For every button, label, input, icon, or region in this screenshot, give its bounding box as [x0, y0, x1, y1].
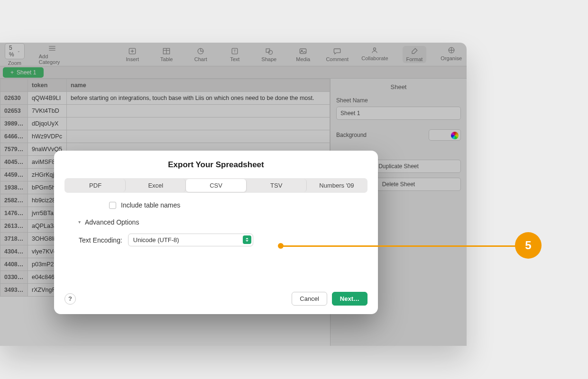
cell-id[interactable]: 033042: [0, 271, 28, 284]
tb-table[interactable]: Table: [156, 47, 176, 62]
advanced-options-disclosure[interactable]: ▸ Advanced Options: [79, 218, 341, 226]
tb-add-category[interactable]: Add Category: [39, 44, 66, 65]
cell-token[interactable]: hWz9VDPc: [28, 130, 67, 143]
cell-id[interactable]: 261352: [0, 220, 28, 233]
pie-icon: [196, 47, 205, 55]
text-encoding-label: Text Encoding:: [79, 236, 122, 244]
zoom-value: 5 %: [9, 45, 15, 58]
tb-chart[interactable]: Chart: [191, 47, 211, 62]
tb-comment[interactable]: Comment: [327, 47, 347, 62]
chevron-down-icon: ▸: [77, 221, 83, 224]
person-icon: [370, 46, 379, 54]
inspector-title: Sheet: [336, 83, 461, 90]
format-tab-excel[interactable]: Excel: [126, 179, 186, 192]
table-row[interactable]: 398978dDjqoUyX: [0, 117, 330, 130]
callout-badge: 5: [515, 232, 542, 259]
callout-anchor-dot: [278, 243, 284, 249]
cell-id[interactable]: 02653: [0, 105, 28, 117]
export-dialog: Export Your Spreadsheet PDFExcelCSVTSVNu…: [54, 151, 378, 314]
tb-text[interactable]: T Text: [225, 47, 245, 62]
cell-id[interactable]: 371843: [0, 233, 28, 245]
svg-point-16: [374, 48, 376, 50]
cell-id[interactable]: 646669: [0, 130, 28, 143]
text-encoding-select[interactable]: Unicode (UTF-8): [128, 234, 253, 246]
text-icon: T: [230, 47, 239, 55]
shape-icon: [264, 47, 274, 55]
cell-id[interactable]: 440803: [0, 258, 28, 271]
tb-insert[interactable]: Insert: [122, 47, 142, 62]
table-row[interactable]: 646669hWz9VDPc: [0, 130, 330, 143]
toolbar: 5 % ⌄ Zoom Add Category Insert Table Cha…: [0, 43, 467, 66]
tb-format[interactable]: Format: [403, 46, 427, 63]
svg-rect-14: [300, 49, 306, 54]
col-header-blank[interactable]: [0, 79, 28, 92]
cell-id[interactable]: 404578: [0, 156, 28, 169]
cell-token[interactable]: qQW4B9LI: [28, 92, 67, 105]
cell-name[interactable]: [67, 130, 330, 143]
cell-token[interactable]: 7VKt4TbD: [28, 105, 67, 117]
cell-id[interactable]: 02630: [0, 92, 28, 105]
cell-id[interactable]: 757990: [0, 143, 28, 156]
cell-name[interactable]: [67, 117, 330, 130]
tb-shape[interactable]: Shape: [259, 47, 279, 62]
col-header-token[interactable]: token: [28, 79, 67, 92]
background-label: Background: [336, 132, 367, 138]
cell-id[interactable]: 349354: [0, 284, 28, 297]
table-row[interactable]: 026537VKt4TbD: [0, 105, 330, 117]
format-tab-numbers-09[interactable]: Numbers '09: [307, 179, 367, 192]
plus-box-icon: [128, 47, 137, 55]
svg-text:T: T: [234, 49, 236, 54]
zoom-control[interactable]: 5 % ⌄ Zoom: [5, 43, 25, 66]
sheet-tab-active[interactable]: Sheet 1: [3, 67, 44, 78]
chevron-down-icon: ⌄: [17, 49, 20, 53]
include-table-names-checkbox[interactable]: [109, 202, 116, 209]
cell-id[interactable]: 258211: [0, 194, 28, 207]
zoom-label: Zoom: [8, 60, 21, 66]
dialog-title: Export Your Spreadsheet: [64, 160, 368, 170]
org-icon: [447, 46, 456, 54]
help-button[interactable]: ?: [64, 293, 76, 305]
media-icon: [298, 47, 308, 55]
cell-id[interactable]: 430446: [0, 245, 28, 258]
sheet-name-input[interactable]: [336, 107, 461, 120]
brush-icon: [410, 47, 419, 55]
col-header-name[interactable]: name: [67, 79, 330, 92]
select-stepper-icon: [243, 235, 251, 244]
format-tab-csv[interactable]: CSV: [186, 179, 246, 192]
comment-icon: [332, 47, 342, 55]
cancel-button[interactable]: Cancel: [292, 292, 327, 306]
tb-organise[interactable]: Organise: [441, 46, 462, 63]
cell-id[interactable]: 193863: [0, 181, 28, 194]
table-row[interactable]: 02630qQW4B9LIbefore starting on integrat…: [0, 92, 330, 105]
format-segmented[interactable]: PDFExcelCSVTSVNumbers '09: [64, 178, 368, 193]
cell-id[interactable]: 445943: [0, 169, 28, 181]
list-icon: [47, 44, 57, 53]
sheet-tabbar: Sheet 1: [0, 66, 467, 79]
callout-connector: [280, 245, 518, 247]
include-table-names-label: Include table names: [121, 201, 180, 209]
tb-media[interactable]: Media: [293, 47, 313, 62]
format-tab-pdf[interactable]: PDF: [65, 179, 126, 192]
cell-name[interactable]: [67, 105, 330, 117]
cell-id[interactable]: 147678: [0, 207, 28, 220]
cell-token[interactable]: dDjqoUyX: [28, 117, 67, 130]
tb-collaborate[interactable]: Collaborate: [361, 46, 388, 63]
table-icon: [162, 47, 171, 55]
sheet-name-label: Sheet Name: [336, 97, 461, 104]
cell-name[interactable]: before starting on integrations, touch b…: [67, 92, 330, 105]
cell-id[interactable]: 398978: [0, 117, 28, 130]
background-color-well[interactable]: [429, 129, 461, 141]
next-button[interactable]: Next…: [332, 292, 368, 306]
format-tab-tsv[interactable]: TSV: [247, 179, 307, 192]
